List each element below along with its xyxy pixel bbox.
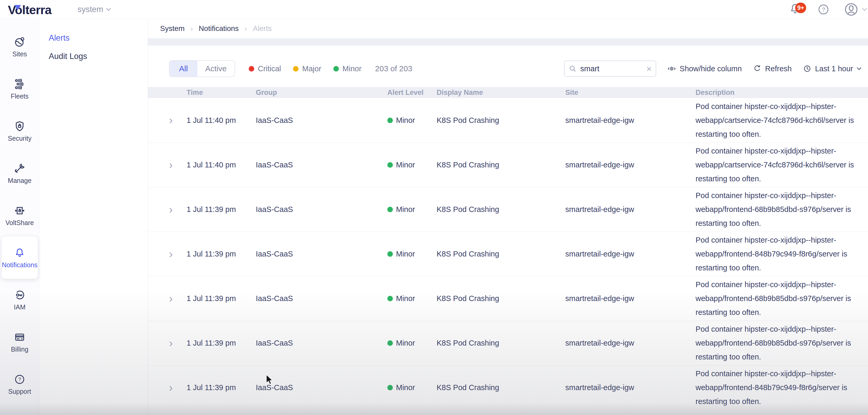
cell-description: Pod container hipster-co-xijddjxp--hipst… bbox=[695, 278, 863, 319]
nav-item-voltshare[interactable]: VoltShare bbox=[2, 194, 38, 236]
table-row[interactable]: › 1 Jul 11:39 pm IaaS-CaaS Minor K8S Pod… bbox=[148, 187, 868, 232]
filter-active-button[interactable]: Active bbox=[197, 61, 235, 76]
cell-alert-level: Minor bbox=[388, 161, 437, 169]
nav-item-iam[interactable]: IAM bbox=[2, 279, 38, 321]
expand-row-icon[interactable]: › bbox=[169, 160, 180, 170]
nav-item-notifications[interactable]: Notifications bbox=[2, 236, 38, 279]
tenant-selector[interactable]: system bbox=[78, 5, 111, 14]
col-group[interactable]: Group bbox=[256, 89, 388, 97]
cell-time: 1 Jul 11:40 pm bbox=[187, 161, 256, 169]
cell-description: Pod container hipster-co-xijddjxp--hipst… bbox=[695, 367, 863, 409]
expand-row-icon[interactable]: › bbox=[169, 382, 180, 393]
expand-row-icon[interactable]: › bbox=[169, 293, 180, 304]
user-menu-button[interactable] bbox=[844, 0, 859, 19]
bell-icon: 9+ bbox=[788, 2, 802, 17]
col-alert-level[interactable]: Alert Level bbox=[388, 89, 437, 97]
svg-text:?: ? bbox=[18, 377, 21, 382]
breadcrumb: System › Notifications › Alerts bbox=[148, 19, 868, 38]
all-active-toggle: All Active bbox=[169, 60, 235, 77]
alert-level-text: Minor bbox=[396, 339, 415, 347]
legend-major[interactable]: Major bbox=[293, 64, 321, 73]
cell-alert-level: Minor bbox=[388, 205, 437, 214]
key-circle-icon bbox=[13, 289, 26, 301]
nav-label: Fleets bbox=[11, 93, 29, 100]
legend-minor[interactable]: Minor bbox=[333, 64, 362, 73]
secondary-nav: Alerts Audit Logs bbox=[39, 19, 148, 415]
subnav-label: Alerts bbox=[49, 33, 69, 43]
table-row[interactable]: › 1 Jul 11:39 pm IaaS-CaaS Minor K8S Pod… bbox=[148, 321, 868, 365]
col-description[interactable]: Description bbox=[695, 89, 863, 97]
refresh-label: Refresh bbox=[765, 64, 792, 73]
expand-row-icon[interactable]: › bbox=[169, 115, 180, 126]
col-display-name[interactable]: Display Name bbox=[437, 89, 565, 97]
search-box[interactable]: × bbox=[564, 61, 656, 77]
nav-item-manage[interactable]: Manage bbox=[2, 152, 38, 194]
table-row[interactable]: › 1 Jul 11:39 pm IaaS-CaaS Minor K8S Pod… bbox=[148, 276, 868, 321]
user-avatar-icon bbox=[844, 2, 859, 17]
clock-icon bbox=[803, 64, 812, 73]
nav-label: Support bbox=[8, 388, 31, 395]
col-site[interactable]: Site bbox=[565, 89, 695, 97]
breadcrumb-alerts: Alerts bbox=[253, 24, 272, 33]
filter-all-button[interactable]: All bbox=[169, 61, 197, 76]
cell-description: Pod container hipster-co-xijddjxp--hipst… bbox=[695, 100, 863, 141]
nav-item-security[interactable]: Security bbox=[2, 110, 38, 152]
clear-search-icon[interactable]: × bbox=[647, 64, 652, 74]
search-icon bbox=[569, 65, 577, 72]
table-row[interactable]: › 1 Jul 11:40 pm IaaS-CaaS Minor K8S Pod… bbox=[148, 142, 868, 187]
cell-site: smartretail-edge-igw bbox=[565, 383, 695, 392]
expand-row-icon[interactable]: › bbox=[169, 249, 180, 260]
minor-dot-icon bbox=[388, 385, 393, 390]
cell-description: Pod container hipster-co-xijddjxp--hipst… bbox=[695, 189, 863, 230]
legend-critical[interactable]: Critical bbox=[249, 64, 281, 73]
subnav-label: Audit Logs bbox=[49, 52, 87, 61]
volterra-logo[interactable]: Volterra bbox=[8, 3, 51, 16]
search-input[interactable] bbox=[580, 64, 643, 73]
chevron-down-icon bbox=[862, 7, 867, 11]
nav-label: Notifications bbox=[2, 261, 37, 269]
subnav-item-alerts[interactable]: Alerts bbox=[39, 29, 148, 47]
breadcrumb-notifications[interactable]: Notifications bbox=[199, 24, 239, 33]
nav-item-sites[interactable]: Sites bbox=[2, 26, 38, 68]
table-header: Time Group Alert Level Display Name Site… bbox=[148, 87, 868, 98]
nav-label: Sites bbox=[12, 50, 27, 58]
alert-level-text: Minor bbox=[396, 383, 415, 392]
expand-row-icon[interactable]: › bbox=[169, 338, 180, 349]
table-row[interactable]: › 1 Jul 11:39 pm IaaS-CaaS Minor K8S Pod… bbox=[148, 232, 868, 276]
cell-display-name: K8S Pod Crashing bbox=[437, 294, 565, 303]
cell-group: IaaS-CaaS bbox=[256, 116, 388, 125]
nav-item-billing[interactable]: Billing bbox=[2, 321, 38, 363]
help-button[interactable]: ? bbox=[817, 0, 830, 19]
notifications-bell-button[interactable]: 9+ bbox=[788, 0, 802, 19]
fleet-nodes-icon bbox=[13, 78, 26, 90]
cell-display-name: K8S Pod Crashing bbox=[437, 161, 565, 169]
chevron-down-icon bbox=[857, 67, 862, 70]
cell-group: IaaS-CaaS bbox=[256, 161, 388, 169]
table-row[interactable]: › 1 Jul 11:40 pm IaaS-CaaS Minor K8S Pod… bbox=[148, 98, 868, 142]
cell-description: Pod container hipster-co-xijddjxp--hipst… bbox=[695, 144, 863, 186]
subnav-item-audit-logs[interactable]: Audit Logs bbox=[39, 47, 148, 65]
minor-dot-icon bbox=[388, 251, 393, 257]
cell-display-name: K8S Pod Crashing bbox=[437, 383, 565, 392]
primary-nav-rail: Sites Fleets Security Manage bbox=[0, 19, 39, 415]
tools-icon bbox=[13, 162, 26, 174]
expand-row-icon[interactable]: › bbox=[169, 204, 180, 215]
minor-dot-icon bbox=[333, 66, 339, 71]
question-circle-icon: ? bbox=[13, 373, 26, 385]
cell-time: 1 Jul 11:39 pm bbox=[187, 250, 256, 258]
breadcrumb-system[interactable]: System bbox=[160, 24, 185, 33]
shield-lock-icon bbox=[13, 120, 26, 132]
user-menu-caret[interactable] bbox=[862, 0, 867, 19]
bell-icon bbox=[13, 247, 26, 259]
cell-site: smartretail-edge-igw bbox=[565, 205, 695, 214]
table-row[interactable]: › 1 Jul 11:39 pm IaaS-CaaS Minor K8S Pod… bbox=[148, 365, 868, 410]
show-hide-column-button[interactable]: Show/hide column bbox=[667, 64, 742, 73]
time-range-selector[interactable]: Last 1 hour bbox=[803, 64, 862, 73]
toolbar-actions: × Show/hide column Refresh bbox=[564, 61, 862, 77]
col-time[interactable]: Time bbox=[187, 89, 256, 97]
notification-count-badge: 9+ bbox=[795, 3, 806, 13]
nav-item-fleets[interactable]: Fleets bbox=[2, 68, 38, 110]
refresh-button[interactable]: Refresh bbox=[753, 64, 792, 73]
nav-item-support[interactable]: ? Support bbox=[2, 363, 38, 405]
cell-group: IaaS-CaaS bbox=[256, 250, 388, 258]
